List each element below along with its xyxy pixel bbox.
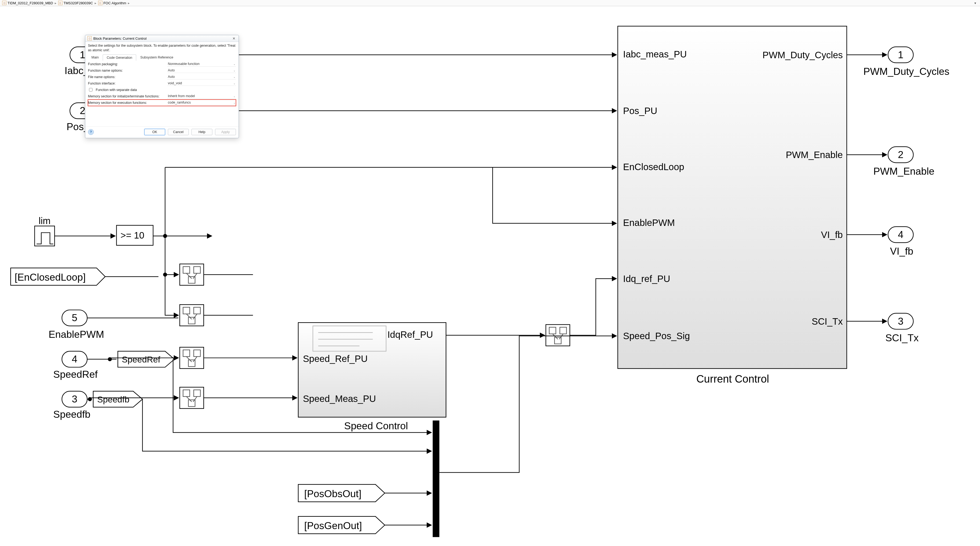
field-memory-exec: Memory section for execution functions: … [88, 99, 236, 106]
chevron-down-icon: ⌄ [233, 101, 235, 104]
field-label: Function with separate data [96, 88, 236, 92]
outport-4[interactable]: 4 VI_fb [888, 227, 913, 257]
svg-text:>= 10: >= 10 [120, 230, 144, 240]
svg-rect-53 [560, 327, 566, 334]
chevron-down-icon: ⌄ [233, 75, 235, 78]
ok-button[interactable]: OK [144, 129, 165, 135]
svg-rect-35 [194, 307, 200, 314]
breadcrumb-label: TIDM_02012_F280039_MBD [8, 1, 53, 5]
block-parameters-dialog: ◫ Block Parameters: Current Control ✕ Se… [85, 35, 239, 138]
svg-text:EnablePWM: EnablePWM [49, 329, 104, 340]
inport-3[interactable]: 3 Speedfb [53, 391, 91, 420]
field-label: Memory section for initialize/terminate … [88, 94, 166, 98]
field-label: File name options: [88, 75, 166, 79]
svg-text:VI_fb: VI_fb [890, 246, 913, 257]
svg-rect-34 [183, 307, 190, 314]
current-control-subsystem[interactable]: Current Control Iabc_meas_PU Pos_PU EnCl… [618, 26, 847, 385]
svg-text:IdqRef_PU: IdqRef_PU [387, 329, 433, 340]
compare-block[interactable]: >= 10 [116, 225, 153, 245]
tab-main[interactable]: Main [88, 54, 103, 61]
rate-transition-block[interactable] [180, 347, 204, 369]
svg-rect-29 [194, 267, 200, 273]
field-label: Function packaging: [88, 62, 166, 66]
goto-speedref[interactable]: SpeedRef [118, 351, 174, 367]
breadcrumb-item-1[interactable]: ◫ TMS320F280039C [58, 1, 93, 5]
field-dropdown[interactable]: Auto⌄ [167, 74, 236, 80]
svg-rect-40 [183, 350, 190, 357]
dialog-button-row: ? OK Cancel Help Apply [85, 126, 239, 138]
from-posgenout[interactable]: [PosGenOut] [298, 516, 385, 534]
svg-rect-52 [549, 327, 556, 334]
svg-text:SpeedRef: SpeedRef [122, 355, 161, 364]
breadcrumb: ◫ TIDM_02012_F280039_MBD ▸ ◫ TMS320F2800… [0, 0, 980, 6]
inport-4[interactable]: 4 SpeedRef [53, 351, 98, 380]
svg-text:4: 4 [72, 353, 78, 365]
svg-rect-47 [194, 390, 200, 396]
cancel-button[interactable]: Cancel [168, 129, 189, 135]
svg-text:Speed Control: Speed Control [344, 420, 408, 431]
field-function-interface: Function interface: void_void⌄ [88, 80, 236, 87]
field-dropdown[interactable]: Nonreusable function⌄ [167, 61, 236, 67]
svg-text:PWM_Enable: PWM_Enable [786, 150, 843, 160]
rate-transition-block[interactable] [546, 325, 570, 346]
field-file-name-options: File name options: Auto⌄ [88, 74, 236, 80]
help-icon[interactable]: ? [88, 129, 94, 135]
svg-text:Speed_Pos_Sig: Speed_Pos_Sig [623, 331, 690, 341]
checkbox-separate-data[interactable] [89, 88, 92, 91]
model-icon: ◫ [98, 1, 102, 5]
field-label: Function name options: [88, 69, 166, 72]
tab-subsystem-reference[interactable]: Subsystem Reference [136, 54, 177, 61]
svg-text:4: 4 [898, 229, 904, 240]
apply-button[interactable]: Apply [215, 129, 236, 135]
svg-text:Speed_Ref_PU: Speed_Ref_PU [303, 354, 368, 364]
rate-transition-block[interactable] [180, 264, 204, 285]
breadcrumb-item-0[interactable]: ◫ TIDM_02012_F280039_MBD [2, 1, 53, 5]
svg-text:3: 3 [72, 393, 78, 405]
svg-rect-41 [194, 350, 200, 357]
speed-control-subsystem[interactable]: Speed_Ref_PU Speed_Meas_PU IdqRef_PU Spe… [298, 322, 446, 431]
breadcrumb-label: TMS320F280039C [64, 1, 93, 5]
inport-5[interactable]: 5 EnablePWM [49, 310, 104, 340]
field-function-separate-data[interactable]: Function with separate data [88, 87, 236, 93]
svg-text:VI_fb: VI_fb [821, 230, 843, 240]
from-enclosedloop[interactable]: [EnClosedLoop] [11, 268, 105, 286]
svg-text:Idq_ref_PU: Idq_ref_PU [623, 274, 670, 284]
svg-text:SpeedRef: SpeedRef [53, 369, 98, 380]
breadcrumb-label: FOC Algorithm [103, 1, 126, 5]
svg-text:EnablePWM: EnablePWM [623, 217, 675, 228]
svg-text:[PosGenOut]: [PosGenOut] [304, 520, 362, 531]
help-button[interactable]: Help [191, 129, 212, 135]
chevron-down-icon: ⌄ [233, 62, 235, 65]
rate-transition-block[interactable] [180, 305, 204, 326]
saturation-block[interactable]: lim [35, 216, 54, 246]
dialog-tabs: Main Code Generation Subsystem Reference [85, 53, 239, 61]
breadcrumb-item-2[interactable]: ◫ FOC Algorithm [98, 1, 126, 5]
dialog-title: Block Parameters: Current Control [93, 37, 147, 40]
field-dropdown[interactable]: Inherit from model⌄ [167, 94, 236, 99]
field-dropdown[interactable]: void_void⌄ [167, 81, 236, 86]
svg-text:Speed_Meas_PU: Speed_Meas_PU [303, 394, 376, 404]
outport-2[interactable]: 2 PWM_Enable [873, 147, 934, 177]
svg-text:1: 1 [80, 49, 85, 61]
close-icon[interactable]: ✕ [231, 37, 237, 40]
outport-3[interactable]: 3 SCI_Tx [885, 313, 919, 343]
from-posobsout[interactable]: [PosObsOut] [298, 485, 385, 502]
field-dropdown[interactable]: code_ramfuncs⌄ [167, 100, 236, 105]
rate-transition-block[interactable] [180, 387, 204, 409]
outport-1[interactable]: 1 PWM_Duty_Cycles [863, 47, 950, 77]
chevron-right-icon: ▸ [94, 1, 97, 5]
svg-text:Speedfb: Speedfb [97, 395, 129, 404]
svg-text:[EnClosedLoop]: [EnClosedLoop] [15, 271, 86, 283]
dialog-titlebar[interactable]: ◫ Block Parameters: Current Control ✕ [85, 35, 239, 42]
tab-code-generation[interactable]: Code Generation [103, 54, 136, 61]
svg-text:[PosObsOut]: [PosObsOut] [304, 488, 361, 499]
dialog-description: Select the settings for the subsystem bl… [85, 42, 239, 53]
svg-text:Pos_PU: Pos_PU [623, 106, 657, 116]
svg-text:SCI_Tx: SCI_Tx [885, 332, 919, 343]
mux-block[interactable] [433, 420, 439, 537]
field-function-name-options: Function name options: Auto⌄ [88, 67, 236, 74]
goto-speedfb[interactable]: Speedfb [93, 391, 143, 407]
field-dropdown[interactable]: Auto⌄ [167, 68, 236, 73]
model-icon: ◫ [2, 1, 6, 5]
breadcrumb-dropdown[interactable]: ▾ [974, 1, 978, 5]
